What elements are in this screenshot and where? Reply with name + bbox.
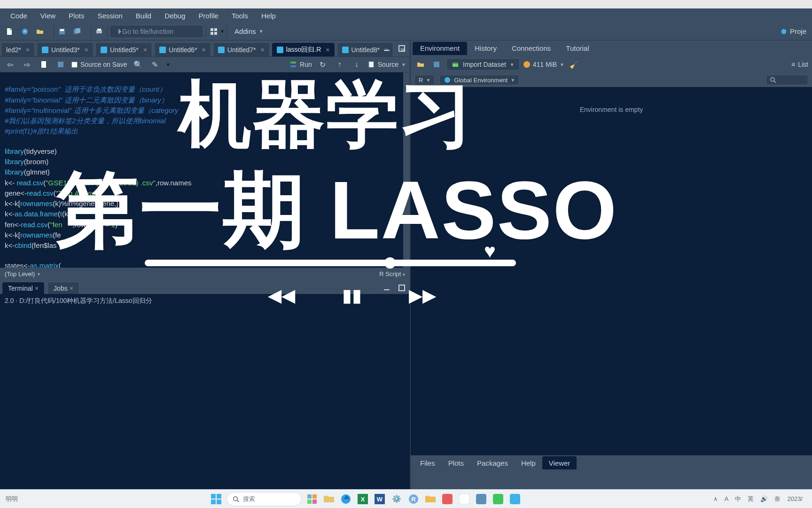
tab-terminal[interactable]: Terminal × [2,282,45,294]
run-button[interactable]: Run [289,61,312,68]
close-icon[interactable]: × [200,46,206,54]
tab-untitled5[interactable]: Untitled5*× [95,42,152,56]
memory-indicator[interactable]: 411 MiB ▼ [523,61,564,68]
rerun-icon[interactable]: ↻ [317,58,329,71]
tray-ime-cn-icon[interactable]: 中 [735,495,741,503]
tray-date[interactable]: 2023/ [787,495,803,502]
tab-untitled7[interactable]: Untitled7*× [213,42,270,56]
taskbar-folder-icon[interactable] [424,492,437,506]
file-type-indicator[interactable]: R Script ▾ [379,270,405,278]
close-icon[interactable]: × [141,46,147,54]
save-file-icon[interactable] [55,58,67,71]
source-button[interactable]: Source ▼ [367,61,406,68]
start-button[interactable] [210,492,223,506]
env-tab-bar: Environment History Connections Tutorial [411,40,812,56]
taskbar-rstudio-icon[interactable]: R [407,492,420,506]
find-icon[interactable]: 🔍 [132,58,144,71]
grid-icon[interactable] [208,25,220,38]
tab-led2[interactable]: led2*× [1,42,35,56]
tab-tutorial[interactable]: Tutorial [558,42,596,55]
menu-help[interactable]: Help [255,10,282,22]
back-nav-icon[interactable]: ⇦ [4,58,16,71]
tab-viewer[interactable]: Viewer [542,456,577,469]
down-section-icon[interactable]: ↓ [351,58,363,71]
tab-files[interactable]: Files [414,456,442,469]
scrollbar[interactable] [403,72,410,268]
taskbar-word-icon[interactable]: W [373,492,386,506]
taskbar-widgets-icon[interactable] [305,492,319,506]
taskbar-app4-icon[interactable] [508,492,522,506]
console-output[interactable]: 2.0 · D:/打良代码/100种机器学习方法/Lasso回归分 [0,294,410,489]
import-dataset-dropdown[interactable]: Import Dataset ▼ [446,58,520,71]
scope-indicator[interactable]: (Top Level) [5,270,35,278]
menu-code[interactable]: Code [4,10,34,22]
tray-volume-icon[interactable]: 🔊 [760,495,768,502]
svg-text:+: + [23,29,26,34]
tab-history[interactable]: History [467,42,504,55]
tab-untitled6[interactable]: Untitled6*× [154,42,211,56]
broom-icon[interactable]: 🧹 [568,58,580,71]
goto-file-input[interactable]: Go to file/function [109,25,203,38]
close-icon[interactable]: × [83,46,88,54]
close-icon[interactable]: × [258,46,264,54]
taskbar-excel-icon[interactable]: X [356,492,369,506]
code-editor[interactable]: #family="poisson" 适用于非负次数因变量（count） #fam… [0,72,410,268]
language-scope-select[interactable]: R ▼ [414,75,435,85]
window-title-bar [0,0,812,8]
menu-tools[interactable]: Tools [225,10,255,22]
windows-taskbar: 明明 搜索 X W ⚙️ R ∧ A 中 英 🔊 奈 2023/ [0,489,812,508]
maximize-pane-icon[interactable] [396,42,408,55]
taskbar-search[interactable]: 搜索 [226,492,302,506]
taskbar-explorer-icon[interactable] [322,492,336,506]
tab-help-pane[interactable]: Help [515,456,542,469]
new-project-icon[interactable]: + [19,25,31,38]
tab-connections[interactable]: Connections [504,42,558,55]
tray-ime-en-icon[interactable]: 英 [748,495,754,503]
up-section-icon[interactable]: ↑ [334,58,346,71]
taskbar-app1-icon[interactable] [441,492,454,506]
tab-untitled3[interactable]: Untitled3*× [37,42,94,56]
close-icon[interactable]: × [24,46,30,54]
open-file-icon[interactable] [34,25,46,38]
menu-profile[interactable]: Profile [192,10,225,22]
tab-jobs[interactable]: Jobs × [47,282,79,294]
new-file-icon[interactable] [4,25,16,38]
minimize-pane-icon[interactable] [381,42,393,55]
tab-environment[interactable]: Environment [413,42,467,55]
taskbar-wechat-icon[interactable] [492,492,505,506]
wand-icon[interactable]: ✎ [149,58,161,71]
save-workspace-icon[interactable] [430,58,443,71]
tab-lasso[interactable]: lasso回归.R× [272,42,335,56]
system-tray[interactable]: ∧ A 中 英 🔊 奈 2023/ [713,495,806,503]
tab-plots[interactable]: Plots [442,456,470,469]
tray-wifi-icon[interactable]: 奈 [774,495,781,503]
save-all-icon[interactable] [71,25,83,38]
save-icon[interactable] [56,25,68,38]
close-icon[interactable]: × [324,46,329,54]
load-workspace-icon[interactable] [414,58,427,71]
forward-nav-icon[interactable]: ⇨ [21,58,33,71]
menu-build[interactable]: Build [129,10,158,22]
project-indicator[interactable]: Proje [781,27,808,35]
minimize-pane-icon[interactable] [381,282,393,294]
show-doc-icon[interactable] [38,58,50,71]
maximize-pane-icon[interactable] [396,282,408,294]
svg-rect-30 [211,494,216,499]
menu-plots[interactable]: Plots [62,10,91,22]
env-search-input[interactable] [766,75,808,85]
menu-view[interactable]: View [34,10,62,22]
taskbar-app2-icon[interactable] [458,492,471,506]
print-icon[interactable] [93,25,105,38]
taskbar-settings-icon[interactable]: ⚙️ [390,492,403,506]
taskbar-edge-icon[interactable] [339,492,352,506]
tab-packages[interactable]: Packages [470,456,515,469]
tray-ime-a-icon[interactable]: A [725,495,729,502]
taskbar-app3-icon[interactable] [475,492,488,506]
tray-overflow-icon[interactable]: ∧ [713,495,718,502]
list-view-toggle[interactable]: ≡ List [791,61,808,68]
source-on-save-checkbox[interactable]: Source on Save [71,61,127,68]
environment-scope-select[interactable]: Global Environment ▼ [439,75,519,85]
menu-debug[interactable]: Debug [158,10,192,22]
addins-dropdown[interactable]: Addins ▼ [229,25,269,37]
menu-session[interactable]: Session [91,10,129,22]
